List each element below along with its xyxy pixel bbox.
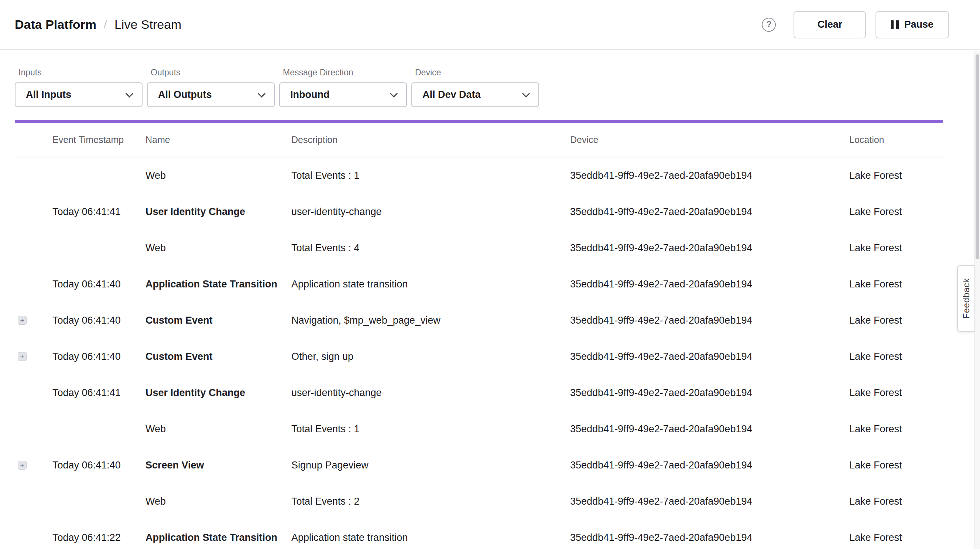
expand-cell: +	[15, 243, 52, 252]
breadcrumb-separator: /	[104, 18, 107, 31]
top-bar-actions: ? Clear Pause	[762, 11, 949, 38]
filter-bar: Inputs All Inputs Outputs All Outputs Me…	[15, 68, 980, 107]
cell-device: 35eddb41-9ff9-49e2-7aed-20afa90eb194	[570, 170, 849, 181]
table-row[interactable]: + Web Total Events : 4 35eddb41-9ff9-49e…	[15, 230, 943, 266]
column-location: Location	[849, 134, 943, 145]
feedback-tab-label: Feedback	[961, 278, 972, 318]
chevron-down-icon	[258, 89, 266, 97]
table-row[interactable]: + Today 06:41:40 Custom Event Other, sig…	[15, 338, 943, 375]
cell-device: 35eddb41-9ff9-49e2-7aed-20afa90eb194	[570, 532, 849, 543]
message-direction-dropdown[interactable]: Inbound	[279, 82, 407, 107]
cell-device: 35eddb41-9ff9-49e2-7aed-20afa90eb194	[570, 315, 849, 326]
pause-button[interactable]: Pause	[875, 11, 949, 38]
filter-message-direction: Message Direction Inbound	[279, 68, 407, 107]
cell-name: Application State Transition	[145, 532, 291, 543]
help-icon[interactable]: ?	[762, 18, 776, 32]
cell-name: Web	[145, 170, 291, 181]
table-row[interactable]: + Web Total Events : 1 35eddb41-9ff9-49e…	[15, 411, 943, 447]
table-row[interactable]: + Web Total Events : 2 35eddb41-9ff9-49e…	[15, 483, 943, 519]
expand-cell: +	[15, 388, 52, 397]
outputs-dropdown[interactable]: All Outputs	[147, 82, 275, 107]
cell-timestamp: Today 06:41:40	[52, 351, 145, 362]
table-row[interactable]: + Today 06:41:41 User Identity Change us…	[15, 193, 943, 230]
cell-location: Lake Forest	[849, 423, 943, 435]
expand-cell: +	[15, 352, 52, 361]
column-description: Description	[291, 134, 570, 145]
cell-location: Lake Forest	[849, 243, 943, 254]
cell-location: Lake Forest	[849, 351, 943, 362]
table-row[interactable]: + Today 06:41:40 Custom Event Navigation…	[15, 302, 943, 338]
table-row[interactable]: + Today 06:41:40 Screen View Signup Page…	[15, 447, 943, 483]
filter-outputs-label: Outputs	[147, 68, 275, 78]
cell-device: 35eddb41-9ff9-49e2-7aed-20afa90eb194	[570, 206, 849, 218]
cell-description: user-identity-change	[291, 387, 570, 399]
cell-location: Lake Forest	[849, 279, 943, 290]
cell-description: user-identity-change	[291, 206, 570, 218]
filter-outputs: Outputs All Outputs	[147, 68, 275, 107]
cell-location: Lake Forest	[849, 387, 943, 399]
filter-device-label: Device	[411, 68, 539, 78]
column-event-timestamp: Event Timestamp	[52, 134, 145, 145]
expand-plus-icon[interactable]: +	[18, 316, 27, 325]
chevron-down-icon	[126, 89, 133, 97]
cell-description: Total Events : 4	[291, 243, 570, 254]
filter-inputs: Inputs All Inputs	[15, 68, 143, 107]
top-bar: Data Platform / Live Stream ? Clear Paus…	[0, 0, 980, 50]
cell-timestamp: Today 06:41:40	[52, 460, 145, 471]
message-direction-dropdown-value: Inbound	[290, 89, 329, 101]
clear-button-label: Clear	[818, 19, 843, 30]
column-device: Device	[570, 134, 849, 145]
expand-cell: +	[15, 171, 52, 180]
cell-timestamp: Today 06:41:22	[52, 532, 145, 543]
table-row[interactable]: + Web Total Events : 1 35eddb41-9ff9-49e…	[15, 157, 943, 193]
cell-description: Total Events : 2	[291, 496, 570, 507]
expand-cell: +	[15, 533, 52, 542]
cell-name: User Identity Change	[145, 387, 291, 399]
event-rows: + Web Total Events : 1 35eddb41-9ff9-49e…	[15, 157, 943, 549]
chevron-down-icon	[522, 89, 530, 97]
table-row[interactable]: + Today 06:41:41 User Identity Change us…	[15, 375, 943, 411]
cell-description: Navigation, $mp_web_page_view	[291, 315, 570, 326]
cell-timestamp: Today 06:41:41	[52, 387, 145, 399]
cell-timestamp: Today 06:41:40	[52, 315, 145, 326]
table-row[interactable]: + Today 06:41:40 Application State Trans…	[15, 266, 943, 302]
cell-description: Application state transition	[291, 279, 570, 290]
cell-location: Lake Forest	[849, 460, 943, 471]
event-table-header: Event Timestamp Name Description Device …	[15, 123, 943, 157]
inputs-dropdown[interactable]: All Inputs	[15, 82, 143, 107]
outputs-dropdown-value: All Outputs	[158, 89, 212, 101]
cell-device: 35eddb41-9ff9-49e2-7aed-20afa90eb194	[570, 460, 849, 471]
column-name: Name	[145, 134, 291, 145]
expand-cell: +	[15, 316, 52, 325]
expand-cell: +	[15, 497, 52, 506]
device-dropdown[interactable]: All Dev Data	[411, 82, 539, 107]
filter-inputs-label: Inputs	[15, 68, 143, 78]
cell-description: Total Events : 1	[291, 170, 570, 181]
cell-description: Total Events : 1	[291, 423, 570, 435]
inputs-dropdown-value: All Inputs	[26, 89, 71, 101]
filter-device: Device All Dev Data	[411, 68, 539, 107]
breadcrumb: Data Platform / Live Stream	[15, 18, 181, 32]
breadcrumb-data-platform[interactable]: Data Platform	[15, 18, 96, 32]
vertical-scrollbar[interactable]	[974, 51, 980, 549]
expand-cell: +	[15, 280, 52, 289]
cell-device: 35eddb41-9ff9-49e2-7aed-20afa90eb194	[570, 243, 849, 254]
cell-name: Custom Event	[145, 315, 291, 326]
cell-device: 35eddb41-9ff9-49e2-7aed-20afa90eb194	[570, 279, 849, 290]
expand-plus-icon[interactable]: +	[18, 461, 27, 469]
cell-name: Web	[145, 243, 291, 254]
clear-button[interactable]: Clear	[794, 11, 866, 38]
cell-description: Application state transition	[291, 532, 570, 543]
filter-message-direction-label: Message Direction	[279, 68, 407, 78]
cell-timestamp: Today 06:41:41	[52, 206, 145, 218]
feedback-tab[interactable]: Feedback	[957, 265, 974, 332]
expand-cell: +	[15, 207, 52, 216]
cell-name: User Identity Change	[145, 206, 291, 218]
scrollbar-thumb[interactable]	[975, 54, 979, 259]
cell-timestamp: Today 06:41:40	[52, 279, 145, 290]
table-row[interactable]: + Today 06:41:22 Application State Trans…	[15, 519, 943, 549]
chevron-down-icon	[390, 89, 398, 97]
expand-plus-icon[interactable]: +	[18, 352, 27, 361]
cell-description: Other, sign up	[291, 351, 570, 362]
expand-cell: +	[15, 461, 52, 469]
